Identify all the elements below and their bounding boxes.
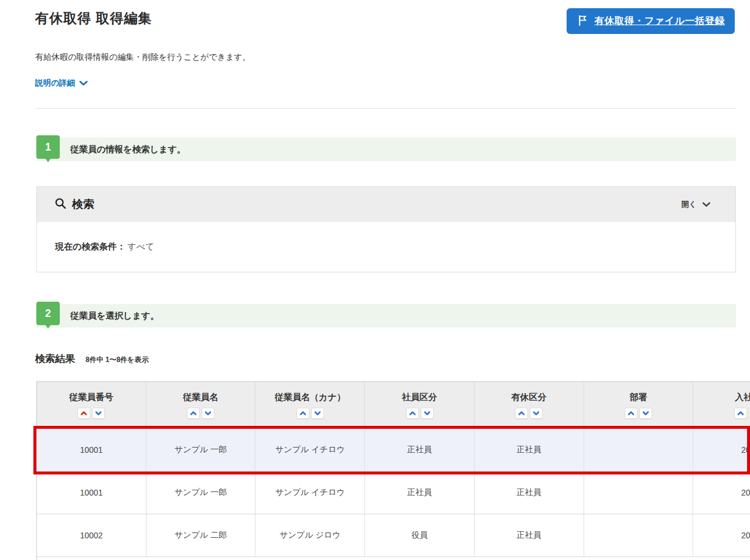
page-title: 有休取得 取得編集	[35, 9, 152, 28]
cell-hire-date: 201	[693, 514, 750, 556]
table-header-row: 従業員番号従業員名従業員名（カナ）社員区分有休区分部署入社日	[37, 382, 750, 429]
cell-employee-number: 10001	[37, 472, 146, 514]
column-header-hire-date: 入社日	[693, 382, 750, 428]
sort-asc-button[interactable]	[515, 408, 528, 419]
column-header-paid-leave-type: 有休区分	[475, 382, 584, 428]
table-row-2[interactable]: 10001サンプル 一郎サンプル イチロウ正社員正社員201	[37, 472, 750, 514]
condition-value: すべて	[127, 241, 154, 252]
sort-asc-button[interactable]	[187, 408, 200, 419]
column-label: 部署	[629, 392, 647, 403]
bulk-register-label: 有休取得・ファイル一括登録	[594, 15, 725, 28]
cell-employee-name-kana: サンプル イチロウ	[255, 429, 365, 471]
cell-employee-name: サンプル 一郎	[146, 472, 256, 514]
page: 有休取得 取得編集 有休取得・ファイル一括登録 有給休暇の取得情報の編集・削除を…	[0, 0, 750, 560]
sort-desc-button[interactable]	[92, 408, 105, 419]
column-label: 入社日	[735, 392, 750, 403]
cell-hire-date: 201	[693, 472, 750, 514]
search-icon	[54, 197, 67, 212]
step-1-badge: 1	[36, 135, 60, 159]
search-conditions: 現在の検索条件： すべて	[37, 222, 735, 272]
cell-employee-type: 正社員	[365, 429, 475, 471]
chevron-down-icon	[79, 79, 88, 88]
step-1-banner: 1 従業員の情報を検索します。	[36, 138, 736, 161]
column-header-employee-type: 社員区分	[365, 382, 475, 428]
column-label: 有休区分	[512, 392, 547, 403]
flag-icon	[577, 14, 589, 29]
sort-asc-button[interactable]	[734, 408, 747, 419]
condition-label: 現在の検索条件：	[55, 241, 125, 252]
table-body: 10001サンプル 一郎サンプル イチロウ正社員正社員20110001サンプル …	[37, 429, 750, 557]
step-1-label: 従業員の情報を検索します。	[36, 138, 736, 161]
cell-employee-name: サンプル 一郎	[146, 429, 256, 471]
cell-employee-number: 10002	[37, 514, 146, 556]
search-panel-title: 検索	[72, 197, 94, 212]
table-row-stub	[37, 557, 750, 560]
column-header-employee-name-kana: 従業員名（カナ）	[255, 382, 365, 428]
cell-department	[584, 514, 694, 556]
sort-asc-button[interactable]	[625, 408, 638, 419]
column-label: 社員区分	[402, 392, 437, 403]
cell-department	[584, 429, 694, 471]
sort-controls	[625, 408, 652, 419]
sort-controls	[406, 408, 434, 419]
sort-desc-button[interactable]	[530, 408, 543, 419]
sort-desc-button[interactable]	[421, 408, 434, 419]
results-header: 検索結果 8件中 1〜8件を表示	[35, 352, 149, 366]
chevron-down-icon	[702, 200, 711, 209]
badge-tail	[44, 323, 52, 329]
cell-paid-leave-type: 正社員	[475, 514, 584, 556]
sort-desc-button[interactable]	[639, 408, 652, 419]
cell-employee-number: 10001	[37, 429, 146, 471]
cell-employee-name-kana: サンプル ジロウ	[255, 514, 365, 556]
details-toggle-link[interactable]: 説明の詳細	[35, 78, 88, 88]
sort-controls	[515, 408, 543, 419]
step-2-banner: 2 従業員を選択します。	[36, 304, 736, 327]
sort-controls	[187, 408, 214, 419]
search-panel-header[interactable]: 検索 開く	[37, 187, 735, 222]
table-row-1[interactable]: 10001サンプル 一郎サンプル イチロウ正社員正社員201	[37, 429, 750, 472]
column-header-department: 部署	[584, 382, 694, 428]
bulk-register-button[interactable]: 有休取得・ファイル一括登録	[567, 8, 735, 34]
table-row-3[interactable]: 10002サンプル 二郎サンプル ジロウ役員正社員201	[37, 514, 750, 557]
toggle-label: 開く	[681, 199, 697, 210]
page-description: 有給休暇の取得情報の編集・削除を行うことができます。	[35, 52, 251, 63]
column-label: 従業員名（カナ）	[275, 392, 346, 403]
section-divider	[35, 108, 736, 109]
column-header-employee-name: 従業員名	[146, 382, 256, 428]
results-table: 従業員番号従業員名従業員名（カナ）社員区分有休区分部署入社日 10001サンプル…	[36, 381, 750, 560]
step-2-number: 2	[45, 308, 51, 320]
search-panel: 検索 開く 現在の検索条件： すべて	[36, 186, 736, 272]
sort-controls	[77, 408, 105, 419]
cell-hire-date: 201	[693, 429, 750, 471]
column-label: 従業員名	[183, 392, 219, 403]
cell-paid-leave-type: 正社員	[475, 472, 584, 514]
sort-asc-button[interactable]	[406, 408, 419, 419]
cell-employee-type: 役員	[365, 514, 475, 556]
sort-asc-button[interactable]	[296, 408, 309, 419]
sort-desc-button[interactable]	[311, 408, 324, 419]
sort-asc-button[interactable]	[77, 408, 90, 419]
column-label: 従業員番号	[69, 392, 113, 403]
results-count: 8件中 1〜8件を表示	[86, 355, 149, 365]
details-link-label: 説明の詳細	[35, 78, 75, 88]
badge-tail	[44, 156, 52, 162]
sort-controls	[734, 408, 750, 419]
cell-employee-type: 正社員	[365, 472, 475, 514]
cell-department	[584, 472, 694, 514]
search-panel-toggle[interactable]: 開く	[681, 199, 711, 210]
cell-paid-leave-type: 正社員	[475, 429, 584, 471]
sort-controls	[296, 408, 324, 419]
cell-employee-name: サンプル 二郎	[146, 514, 256, 556]
column-header-employee-number: 従業員番号	[37, 382, 146, 428]
step-2-badge: 2	[36, 302, 60, 325]
step-2-label: 従業員を選択します。	[36, 304, 736, 327]
cell-employee-name-kana: サンプル イチロウ	[255, 472, 365, 514]
step-1-number: 1	[45, 141, 51, 153]
results-heading: 検索結果	[35, 352, 75, 366]
sort-desc-button[interactable]	[202, 408, 214, 419]
